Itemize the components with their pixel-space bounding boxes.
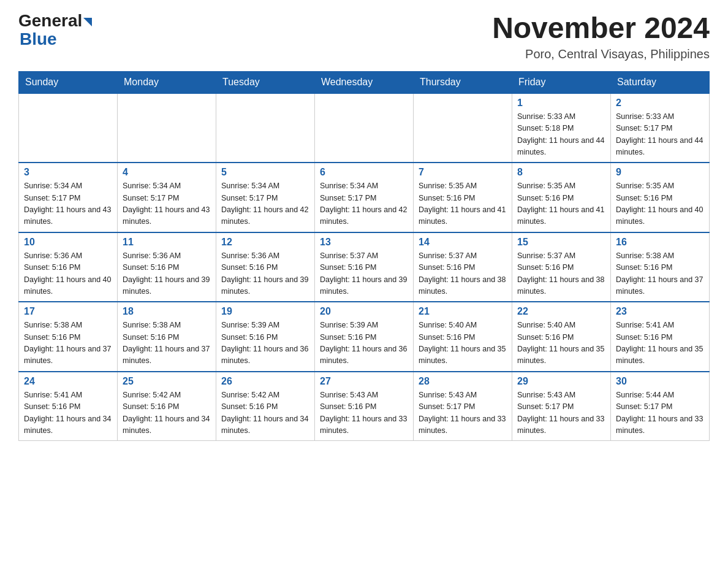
day-info: Sunrise: 5:38 AMSunset: 5:16 PMDaylight:… xyxy=(616,250,704,298)
header-row: SundayMondayTuesdayWednesdayThursdayFrid… xyxy=(19,71,710,93)
day-info: Sunrise: 5:35 AMSunset: 5:16 PMDaylight:… xyxy=(419,180,507,228)
day-number: 25 xyxy=(123,376,211,387)
calendar-cell: 10Sunrise: 5:36 AMSunset: 5:16 PMDayligh… xyxy=(19,232,118,302)
calendar-cell: 9Sunrise: 5:35 AMSunset: 5:16 PMDaylight… xyxy=(611,163,710,232)
day-info: Sunrise: 5:35 AMSunset: 5:16 PMDaylight:… xyxy=(616,180,704,228)
day-info: Sunrise: 5:43 AMSunset: 5:16 PMDaylight:… xyxy=(320,389,408,437)
day-number: 4 xyxy=(123,167,211,178)
calendar-cell: 11Sunrise: 5:36 AMSunset: 5:16 PMDayligh… xyxy=(118,232,216,302)
week-row-4: 17Sunrise: 5:38 AMSunset: 5:16 PMDayligh… xyxy=(19,302,710,372)
day-info: Sunrise: 5:38 AMSunset: 5:16 PMDaylight:… xyxy=(24,320,112,367)
title-section: November 2024 Poro, Central Visayas, Phi… xyxy=(492,12,710,61)
calendar-cell: 6Sunrise: 5:34 AMSunset: 5:17 PMDaylight… xyxy=(315,163,414,232)
day-number: 1 xyxy=(517,98,605,109)
subtitle: Poro, Central Visayas, Philippines xyxy=(492,47,710,61)
calendar-cell: 26Sunrise: 5:42 AMSunset: 5:16 PMDayligh… xyxy=(216,372,315,441)
calendar-cell: 7Sunrise: 5:35 AMSunset: 5:16 PMDaylight… xyxy=(414,163,512,232)
day-number: 10 xyxy=(24,237,112,248)
day-number: 8 xyxy=(517,167,605,178)
column-header-monday: Monday xyxy=(118,71,216,93)
day-info: Sunrise: 5:35 AMSunset: 5:16 PMDaylight:… xyxy=(517,180,605,228)
day-number: 29 xyxy=(517,376,605,387)
day-number: 18 xyxy=(123,306,211,317)
day-info: Sunrise: 5:34 AMSunset: 5:17 PMDaylight:… xyxy=(320,180,408,228)
day-number: 15 xyxy=(517,237,605,248)
day-number: 20 xyxy=(320,306,408,317)
calendar-cell: 13Sunrise: 5:37 AMSunset: 5:16 PMDayligh… xyxy=(315,232,414,302)
day-info: Sunrise: 5:37 AMSunset: 5:16 PMDaylight:… xyxy=(419,250,507,298)
day-info: Sunrise: 5:33 AMSunset: 5:17 PMDaylight:… xyxy=(616,111,704,159)
column-header-wednesday: Wednesday xyxy=(315,71,414,93)
day-info: Sunrise: 5:39 AMSunset: 5:16 PMDaylight:… xyxy=(221,320,309,367)
day-info: Sunrise: 5:41 AMSunset: 5:16 PMDaylight:… xyxy=(616,320,704,367)
day-number: 3 xyxy=(24,167,112,178)
calendar-cell: 16Sunrise: 5:38 AMSunset: 5:16 PMDayligh… xyxy=(611,232,710,302)
column-header-tuesday: Tuesday xyxy=(216,71,315,93)
logo: General Blue xyxy=(18,12,92,49)
day-number: 28 xyxy=(419,376,507,387)
day-info: Sunrise: 5:33 AMSunset: 5:18 PMDaylight:… xyxy=(517,111,605,159)
day-number: 24 xyxy=(24,376,112,387)
calendar-cell: 12Sunrise: 5:36 AMSunset: 5:16 PMDayligh… xyxy=(216,232,315,302)
week-row-3: 10Sunrise: 5:36 AMSunset: 5:16 PMDayligh… xyxy=(19,232,710,302)
day-number: 2 xyxy=(616,98,704,109)
calendar-cell: 22Sunrise: 5:40 AMSunset: 5:16 PMDayligh… xyxy=(512,302,611,372)
column-header-sunday: Sunday xyxy=(19,71,118,93)
day-number: 5 xyxy=(221,167,309,178)
calendar-cell: 5Sunrise: 5:34 AMSunset: 5:17 PMDaylight… xyxy=(216,163,315,232)
day-info: Sunrise: 5:43 AMSunset: 5:17 PMDaylight:… xyxy=(517,389,605,437)
day-number: 12 xyxy=(221,237,309,248)
day-info: Sunrise: 5:36 AMSunset: 5:16 PMDaylight:… xyxy=(123,250,211,298)
day-info: Sunrise: 5:43 AMSunset: 5:17 PMDaylight:… xyxy=(419,389,507,437)
logo-blue-text: Blue xyxy=(20,29,57,49)
calendar-cell: 27Sunrise: 5:43 AMSunset: 5:16 PMDayligh… xyxy=(315,372,414,441)
column-header-saturday: Saturday xyxy=(611,71,710,93)
calendar-cell: 20Sunrise: 5:39 AMSunset: 5:16 PMDayligh… xyxy=(315,302,414,372)
day-info: Sunrise: 5:34 AMSunset: 5:17 PMDaylight:… xyxy=(221,180,309,228)
day-number: 22 xyxy=(517,306,605,317)
calendar-cell: 17Sunrise: 5:38 AMSunset: 5:16 PMDayligh… xyxy=(19,302,118,372)
calendar-cell: 21Sunrise: 5:40 AMSunset: 5:16 PMDayligh… xyxy=(414,302,512,372)
day-number: 14 xyxy=(419,237,507,248)
day-number: 21 xyxy=(419,306,507,317)
day-info: Sunrise: 5:36 AMSunset: 5:16 PMDaylight:… xyxy=(221,250,309,298)
day-info: Sunrise: 5:40 AMSunset: 5:16 PMDaylight:… xyxy=(517,320,605,367)
day-number: 11 xyxy=(123,237,211,248)
day-number: 13 xyxy=(320,237,408,248)
day-number: 6 xyxy=(320,167,408,178)
day-number: 23 xyxy=(616,306,704,317)
calendar-cell: 8Sunrise: 5:35 AMSunset: 5:16 PMDaylight… xyxy=(512,163,611,232)
calendar-cell: 30Sunrise: 5:44 AMSunset: 5:17 PMDayligh… xyxy=(611,372,710,441)
calendar-cell xyxy=(19,93,118,163)
column-header-friday: Friday xyxy=(512,71,611,93)
day-info: Sunrise: 5:34 AMSunset: 5:17 PMDaylight:… xyxy=(123,180,211,228)
calendar-cell: 28Sunrise: 5:43 AMSunset: 5:17 PMDayligh… xyxy=(414,372,512,441)
day-info: Sunrise: 5:38 AMSunset: 5:16 PMDaylight:… xyxy=(123,320,211,367)
page-title: November 2024 xyxy=(492,12,710,45)
day-number: 9 xyxy=(616,167,704,178)
calendar-cell: 3Sunrise: 5:34 AMSunset: 5:17 PMDaylight… xyxy=(19,163,118,232)
calendar-cell: 23Sunrise: 5:41 AMSunset: 5:16 PMDayligh… xyxy=(611,302,710,372)
day-number: 16 xyxy=(616,237,704,248)
column-header-thursday: Thursday xyxy=(414,71,512,93)
day-info: Sunrise: 5:40 AMSunset: 5:16 PMDaylight:… xyxy=(419,320,507,367)
calendar-table: SundayMondayTuesdayWednesdayThursdayFrid… xyxy=(18,71,710,442)
day-info: Sunrise: 5:37 AMSunset: 5:16 PMDaylight:… xyxy=(517,250,605,298)
calendar-cell xyxy=(216,93,315,163)
calendar-cell: 15Sunrise: 5:37 AMSunset: 5:16 PMDayligh… xyxy=(512,232,611,302)
week-row-5: 24Sunrise: 5:41 AMSunset: 5:16 PMDayligh… xyxy=(19,372,710,441)
page-header: General Blue November 2024 Poro, Central… xyxy=(18,12,710,61)
day-number: 19 xyxy=(221,306,309,317)
week-row-2: 3Sunrise: 5:34 AMSunset: 5:17 PMDaylight… xyxy=(19,163,710,232)
calendar-cell: 19Sunrise: 5:39 AMSunset: 5:16 PMDayligh… xyxy=(216,302,315,372)
calendar-cell: 29Sunrise: 5:43 AMSunset: 5:17 PMDayligh… xyxy=(512,372,611,441)
calendar-cell xyxy=(315,93,414,163)
calendar-cell xyxy=(118,93,216,163)
calendar-cell: 25Sunrise: 5:42 AMSunset: 5:16 PMDayligh… xyxy=(118,372,216,441)
day-info: Sunrise: 5:42 AMSunset: 5:16 PMDaylight:… xyxy=(221,389,309,437)
day-number: 26 xyxy=(221,376,309,387)
calendar-cell: 1Sunrise: 5:33 AMSunset: 5:18 PMDaylight… xyxy=(512,93,611,163)
day-number: 30 xyxy=(616,376,704,387)
calendar-cell: 18Sunrise: 5:38 AMSunset: 5:16 PMDayligh… xyxy=(118,302,216,372)
calendar-cell: 2Sunrise: 5:33 AMSunset: 5:17 PMDaylight… xyxy=(611,93,710,163)
